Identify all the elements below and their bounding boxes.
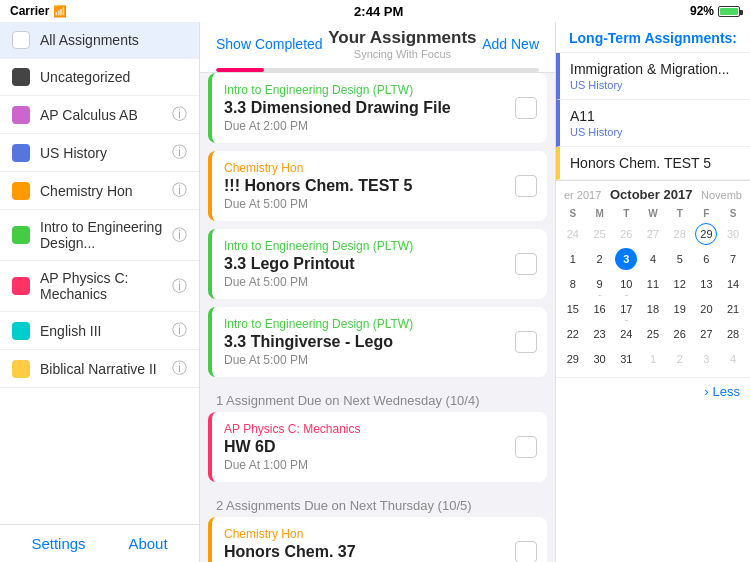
calendar-day[interactable]: 2 (669, 348, 691, 370)
info-icon[interactable]: ⓘ (172, 105, 187, 124)
calendar-day[interactable]: 3 (615, 248, 637, 270)
sidebar-item-ap-physics[interactable]: AP Physics C: Mechanicsⓘ (0, 261, 199, 312)
calendar-day[interactable]: 4 (722, 348, 744, 370)
calendar-day[interactable]: 26 (669, 323, 691, 345)
subject-label: Intro to Engineering Design (PLTW) (224, 83, 535, 97)
progress-bar (216, 68, 539, 72)
less-label: Less (713, 384, 740, 399)
assignment-checkbox[interactable] (515, 97, 537, 119)
calendar-day[interactable]: 25 (589, 223, 611, 245)
long-term-item[interactable]: Immigration & Migration...US History (556, 53, 750, 100)
calendar-day[interactable]: 25 (642, 323, 664, 345)
calendar-day[interactable]: 22 (562, 323, 584, 345)
calendar-day[interactable]: 27 (642, 223, 664, 245)
calendar-day[interactable]: 1 (562, 248, 584, 270)
show-completed-button[interactable]: Show Completed (216, 36, 323, 52)
calendar-day[interactable]: 28 (669, 223, 691, 245)
sidebar-item-english[interactable]: English IIIⓘ (0, 312, 199, 350)
calendar-day[interactable]: 27 (695, 323, 717, 345)
assignment-checkbox[interactable] (515, 175, 537, 197)
calendar-day[interactable]: 23 (589, 323, 611, 345)
assignment-title: 3.3 Thingiverse - Lego (224, 333, 535, 351)
calendar-day-header: S (720, 206, 746, 221)
calendar-day[interactable]: 16 (589, 298, 611, 320)
calendar-day[interactable]: 11 (642, 273, 664, 295)
assignment-checkbox[interactable] (515, 331, 537, 353)
assignment-card[interactable]: Chemistry HonHonors Chem. 37Due At 12:00… (208, 517, 547, 562)
calendar-day[interactable]: 20 (695, 298, 717, 320)
calendar-day[interactable]: 28 (722, 323, 744, 345)
assignment-checkbox[interactable] (515, 436, 537, 458)
calendar-day[interactable]: 17 (615, 298, 637, 320)
calendar-day-header: S (560, 206, 586, 221)
calendar-day[interactable]: 24 (615, 323, 637, 345)
sidebar-item-uncategorized[interactable]: Uncategorized (0, 59, 199, 96)
calendar-day-header: T (613, 206, 639, 221)
calendar-day[interactable]: 26 (615, 223, 637, 245)
long-term-item[interactable]: A11US History (556, 100, 750, 147)
calendar-day[interactable]: 3 (695, 348, 717, 370)
header-title: Your Assignments (328, 28, 476, 48)
assignment-card[interactable]: Intro to Engineering Design (PLTW)3.3 Th… (208, 307, 547, 377)
calendar-day[interactable]: 8 (562, 273, 584, 295)
assignment-card[interactable]: Intro to Engineering Design (PLTW)3.3 Le… (208, 229, 547, 299)
section-header: 2 Assignments Due on Next Thursday (10/5… (200, 490, 555, 517)
assignment-checkbox[interactable] (515, 253, 537, 275)
sidebar-item-us-history[interactable]: US Historyⓘ (0, 134, 199, 172)
info-icon[interactable]: ⓘ (172, 359, 187, 378)
calendar-day[interactable]: 10 (615, 273, 637, 295)
calendar-day[interactable]: 29 (562, 348, 584, 370)
assignment-card[interactable]: Chemistry Hon!!! Honors Chem. TEST 5Due … (208, 151, 547, 221)
info-icon[interactable]: ⓘ (172, 181, 187, 200)
calendar-day[interactable]: 18 (642, 298, 664, 320)
calendar-day[interactable]: 15 (562, 298, 584, 320)
info-icon[interactable]: ⓘ (172, 321, 187, 340)
calendar-day[interactable]: 30 (589, 348, 611, 370)
info-icon[interactable]: ⓘ (172, 277, 187, 296)
long-term-item[interactable]: Honors Chem. TEST 5 (556, 147, 750, 180)
info-icon[interactable]: ⓘ (172, 143, 187, 162)
calendar-day[interactable]: 21 (722, 298, 744, 320)
long-term-item-title: Honors Chem. TEST 5 (570, 155, 740, 171)
assignment-card[interactable]: Intro to Engineering Design (PLTW)3.3 Di… (208, 73, 547, 143)
calendar-section: er 2017 October 2017 Novemb SMTWTFS24252… (556, 180, 750, 377)
about-button[interactable]: About (128, 535, 167, 552)
subject-color-dot (12, 182, 30, 200)
sidebar-item-chem-hon[interactable]: Chemistry Honⓘ (0, 172, 199, 210)
calendar-day[interactable]: 9 (589, 273, 611, 295)
calendar-day[interactable]: 30 (722, 223, 744, 245)
subject-label: Chemistry Hon (224, 161, 535, 175)
calendar-day[interactable]: 12 (669, 273, 691, 295)
settings-button[interactable]: Settings (31, 535, 85, 552)
subject-label: Intro to Engineering Design (PLTW) (224, 239, 535, 253)
sidebar-item-label: Biblical Narrative II (40, 361, 172, 377)
calendar-day[interactable]: 29 (695, 223, 717, 245)
calendar-day[interactable]: 14 (722, 273, 744, 295)
calendar-day[interactable]: 31 (615, 348, 637, 370)
prev-month[interactable]: er 2017 (564, 189, 601, 201)
calendar-day[interactable]: 2 (589, 248, 611, 270)
sidebar-item-intro-eng[interactable]: Intro to Engineering Design...ⓘ (0, 210, 199, 261)
assignment-card[interactable]: AP Physics C: MechanicsHW 6DDue At 1:00 … (208, 412, 547, 482)
long-term-item-subject: US History (570, 79, 740, 91)
sidebar-item-biblical[interactable]: Biblical Narrative IIⓘ (0, 350, 199, 388)
app-body: All AssignmentsUncategorizedAP Calculus … (0, 22, 750, 562)
calendar-day[interactable]: 7 (722, 248, 744, 270)
assignment-checkbox[interactable] (515, 541, 537, 562)
sidebar-item-label: AP Calculus AB (40, 107, 172, 123)
sidebar-item-ap-calculus[interactable]: AP Calculus ABⓘ (0, 96, 199, 134)
assignment-title: Honors Chem. 37 (224, 543, 535, 561)
calendar-day[interactable]: 5 (669, 248, 691, 270)
next-month[interactable]: Novemb (701, 189, 742, 201)
calendar-day[interactable]: 19 (669, 298, 691, 320)
calendar-day[interactable]: 4 (642, 248, 664, 270)
less-button[interactable]: › Less (556, 377, 750, 405)
calendar-day[interactable]: 6 (695, 248, 717, 270)
add-new-button[interactable]: Add New (482, 36, 539, 52)
calendar-day[interactable]: 24 (562, 223, 584, 245)
subject-color-dot (12, 226, 30, 244)
calendar-day[interactable]: 13 (695, 273, 717, 295)
calendar-day[interactable]: 1 (642, 348, 664, 370)
sidebar-item-all[interactable]: All Assignments (0, 22, 199, 59)
info-icon[interactable]: ⓘ (172, 226, 187, 245)
